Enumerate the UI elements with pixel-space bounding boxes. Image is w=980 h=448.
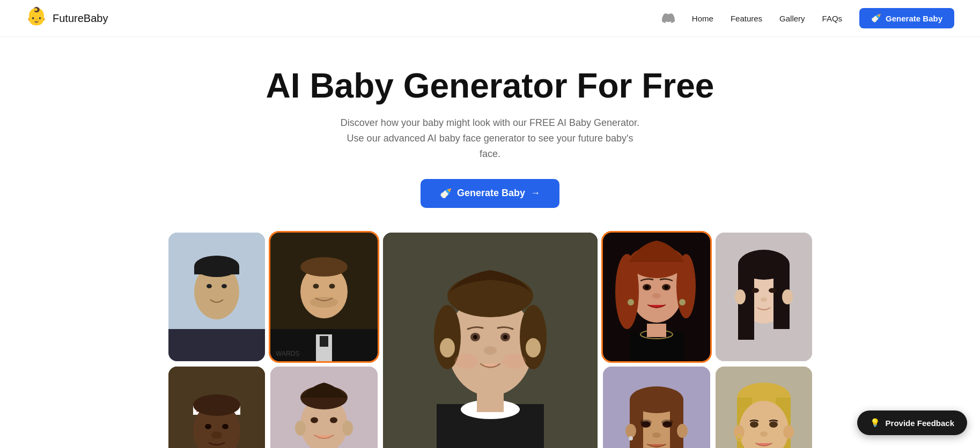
list-item[interactable]: NBA: [168, 367, 265, 448]
list-item[interactable]: [603, 233, 710, 361]
logo-text: FutureBaby: [53, 12, 108, 25]
svg-point-78: [295, 421, 306, 436]
generate-baby-button-hero[interactable]: 🍼 Generate Baby →: [421, 179, 559, 208]
svg-point-68: [193, 394, 240, 416]
list-item[interactable]: [168, 233, 265, 361]
svg-point-99: [750, 421, 758, 428]
svg-point-66: [222, 424, 229, 429]
list-item[interactable]: WARDS: [270, 233, 378, 361]
nav-faqs[interactable]: FAQs: [822, 14, 843, 23]
svg-point-59: [782, 289, 793, 304]
svg-point-47: [652, 293, 661, 298]
svg-point-25: [473, 335, 477, 339]
svg-point-34: [502, 354, 526, 369]
generate-icon-nav: 🍼: [871, 13, 881, 23]
svg-rect-1: [168, 329, 265, 361]
svg-point-13: [313, 283, 319, 288]
svg-point-56: [769, 288, 776, 293]
discord-icon[interactable]: [662, 12, 675, 25]
svg-point-42: [676, 254, 696, 318]
svg-point-33: [455, 354, 478, 369]
svg-point-49: [679, 299, 686, 305]
generate-icon-hero: 🍼: [440, 188, 452, 199]
page-title: AI Baby Generator For Free: [11, 67, 969, 104]
svg-point-93: [629, 436, 633, 440]
list-item[interactable]: 2 F...: [716, 367, 812, 448]
svg-text:WARDS: WARDS: [276, 350, 299, 357]
svg-rect-21: [477, 393, 504, 412]
nav-features[interactable]: Features: [731, 14, 762, 23]
svg-point-55: [751, 288, 759, 293]
list-item[interactable]: [603, 367, 710, 448]
svg-point-90: [652, 432, 661, 438]
svg-point-92: [677, 424, 688, 438]
nav-home[interactable]: Home: [692, 14, 713, 23]
header: 👶 FutureBaby Home Features Gallery FAQs …: [0, 0, 980, 37]
svg-rect-11: [320, 336, 328, 347]
svg-point-91: [625, 424, 636, 438]
svg-point-28: [447, 274, 533, 317]
logo[interactable]: 👶 FutureBaby: [26, 8, 108, 29]
svg-point-58: [735, 289, 746, 304]
svg-point-27: [484, 346, 497, 355]
list-item[interactable]: [716, 233, 812, 361]
gallery-section: WARDS: [168, 227, 812, 448]
nav-gallery[interactable]: Gallery: [779, 14, 805, 23]
feedback-label: Provide Feedback: [886, 419, 954, 428]
gallery-grid: WARDS: [168, 233, 812, 448]
svg-point-14: [329, 283, 335, 288]
svg-rect-6: [194, 266, 239, 274]
svg-point-46: [664, 285, 668, 289]
svg-point-57: [761, 297, 767, 302]
svg-point-67: [211, 431, 222, 439]
nav: Home Features Gallery FAQs 🍼 Generate Ba…: [662, 8, 954, 28]
svg-point-76: [311, 417, 318, 423]
generate-baby-button-nav[interactable]: 🍼 Generate Baby: [859, 8, 954, 28]
feedback-button[interactable]: 💡 Provide Feedback: [857, 410, 967, 435]
svg-point-89: [661, 420, 673, 425]
svg-point-41: [615, 254, 639, 329]
svg-point-31: [440, 338, 455, 357]
list-item[interactable]: [383, 233, 598, 448]
logo-icon: 👶: [26, 8, 47, 29]
hero-subtitle: Discover how your baby might look with o…: [340, 115, 640, 161]
list-item[interactable]: AM: [270, 367, 378, 448]
svg-point-45: [645, 285, 649, 289]
svg-point-32: [526, 338, 541, 357]
svg-point-101: [760, 431, 768, 437]
svg-point-88: [640, 420, 652, 425]
svg-point-65: [205, 424, 211, 429]
svg-point-100: [769, 421, 778, 428]
feedback-icon: 💡: [870, 418, 880, 428]
svg-point-4: [222, 284, 227, 288]
svg-point-48: [628, 299, 634, 305]
svg-rect-38: [647, 324, 666, 337]
svg-point-102: [734, 425, 745, 439]
svg-point-77: [330, 417, 337, 423]
svg-point-3: [207, 284, 212, 288]
svg-point-103: [783, 425, 794, 439]
svg-point-15: [310, 297, 338, 308]
svg-point-26: [503, 335, 507, 339]
hero-section: AI Baby Generator For Free Discover how …: [0, 37, 980, 227]
svg-point-79: [342, 421, 353, 436]
